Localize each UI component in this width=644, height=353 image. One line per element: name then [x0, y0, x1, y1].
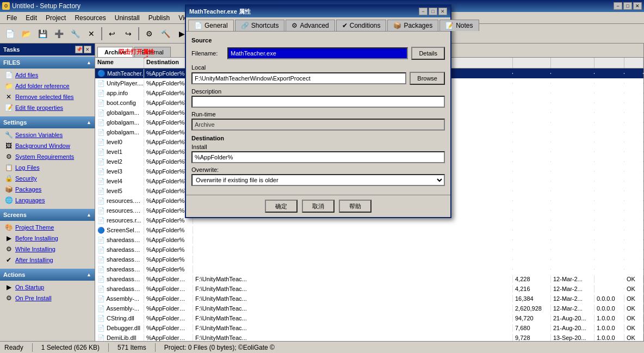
details-button[interactable]: Details: [411, 47, 445, 60]
description-label: Description: [191, 88, 445, 95]
toolbar-open[interactable]: 📂: [18, 26, 34, 41]
menu-uninstall[interactable]: Uninstall: [110, 13, 144, 23]
task-before-installing[interactable]: ▶ Before Installing: [0, 233, 95, 244]
task-on-pre-install[interactable]: ⚙ On Pre Install: [0, 293, 95, 304]
runtime-value: Archive: [191, 119, 445, 131]
tasks-close-btn[interactable]: ✕: [84, 46, 91, 53]
install-input[interactable]: [191, 151, 445, 163]
tab-external[interactable]: External: [134, 47, 170, 57]
dialog-tab-advanced[interactable]: ⚙ Advanced: [286, 20, 335, 31]
files-section-header[interactable]: FILES ▲: [0, 57, 95, 69]
file-row[interactable]: 📄 Assembly-... %AppFolder%\Mat... F:\Uni…: [95, 304, 643, 313]
file-src-cell: F:\UnityMathTeac...: [193, 314, 513, 322]
file-row[interactable]: 🔵 ScreenSele... %AppFolder%: [95, 225, 643, 235]
file-row[interactable]: 📄 CString.dll %AppFolder%\Mat... F:\Unit…: [95, 313, 643, 323]
file-row[interactable]: 📄 sharedasse... %AppFolder%: [95, 245, 643, 255]
task-background-window[interactable]: 🖼 Background Window: [0, 140, 95, 151]
browse-button[interactable]: Browse: [410, 72, 445, 85]
packages-icon: 📦: [4, 185, 13, 194]
ok-button[interactable]: 确定: [265, 200, 298, 213]
task-remove-files[interactable]: ✕ Remove selected files: [0, 91, 95, 102]
task-add-files[interactable]: 📄 Add files: [0, 70, 95, 80]
files-arrow-icon: ▲: [86, 60, 91, 65]
toolbar-add2[interactable]: 🔧: [67, 26, 83, 41]
maximize-button[interactable]: □: [623, 2, 632, 10]
tasks-pin-btn[interactable]: 📌: [75, 46, 83, 53]
tasks-panel: Tasks 📌 ✕ FILES ▲ 📄 Add files: [0, 44, 95, 341]
file-name-cell: 📄 resources.a...: [95, 207, 144, 215]
toolbar-redo[interactable]: ↪: [121, 26, 136, 41]
file-row[interactable]: 📄 Assembly-... %AppFolder%\Mat... F:\Uni…: [95, 294, 643, 304]
task-after-installing[interactable]: ✔ After Installing: [0, 255, 95, 265]
file-name-cell: 📄 sharedasse...: [95, 285, 144, 293]
task-log-files[interactable]: 📋 Log Files: [0, 162, 95, 173]
runtime-label: Run-time: [191, 111, 445, 117]
task-project-theme[interactable]: 🎨 Project Theme: [0, 222, 95, 233]
file-row[interactable]: 📄 sharedasse... %AppFolder%\Mat... F:\Un…: [95, 274, 643, 284]
menu-resources[interactable]: Resources: [70, 13, 110, 23]
files-items: 📄 Add files 📁 Add folder reference ✕ Rem…: [0, 69, 95, 114]
file-row[interactable]: 📄 Debugger.dll %AppFolder%\Mat... F:\Uni…: [95, 323, 643, 333]
dialog-close-btn[interactable]: ✕: [438, 8, 447, 15]
menu-edit[interactable]: Edit: [21, 13, 41, 23]
file-size-cell: [513, 269, 551, 270]
dialog-tab-packages[interactable]: 📦 Packages: [387, 20, 438, 31]
task-security[interactable]: 🔒 Security: [0, 173, 95, 184]
minimize-button[interactable]: −: [614, 2, 622, 10]
actions-section-header[interactable]: Actions ▲: [0, 269, 95, 281]
dialog-maximize-btn[interactable]: □: [429, 8, 437, 15]
file-row[interactable]: 📄 sharedasse... %AppFolder%\Mat... F:\Un…: [95, 284, 643, 294]
description-input[interactable]: [191, 96, 445, 108]
overwrite-select[interactable]: Overwrite if existing file is older Alwa…: [191, 174, 445, 186]
local-input[interactable]: [191, 72, 406, 84]
file-ver-cell: 1.0.0.0: [595, 324, 624, 332]
file-name-cell: 📄 app.info: [95, 89, 144, 97]
settings-section-header[interactable]: Settings ▲: [0, 116, 95, 128]
close-button[interactable]: ✕: [633, 2, 642, 10]
filename-input[interactable]: [227, 47, 408, 59]
help-button[interactable]: 帮助: [339, 200, 371, 213]
dialog-tab-general[interactable]: 📄 General: [188, 20, 234, 31]
cancel-button[interactable]: 取消: [302, 200, 335, 213]
file-date-cell: [551, 92, 595, 94]
shortcuts-tab-label: Shortcuts: [251, 22, 279, 29]
file-row[interactable]: 📄 sharedasse... %AppFolder%: [95, 255, 643, 264]
tab-archive[interactable]: Archive: [97, 47, 133, 57]
toolbar-delete[interactable]: ✕: [84, 26, 99, 41]
toolbar-settings[interactable]: ⚙: [141, 26, 157, 41]
task-session-variables[interactable]: 🔧 Session Variables: [0, 129, 95, 140]
menu-file[interactable]: File: [2, 13, 21, 23]
task-while-installing[interactable]: ⚙ While Installing: [0, 244, 95, 255]
file-row[interactable]: 📄 sharedasse... %AppFolder%: [95, 235, 643, 245]
task-packages[interactable]: 📦 Packages: [0, 184, 95, 195]
file-ver-cell: [595, 141, 624, 143]
task-languages[interactable]: 🌐 Languages: [0, 195, 95, 206]
toolbar-save[interactable]: 💾: [35, 26, 50, 41]
screens-section-header[interactable]: Screens ▲: [0, 209, 95, 221]
file-status-cell: [624, 210, 643, 211]
file-ver-cell: [595, 288, 624, 289]
dialog-tab-conditions[interactable]: ✔ Conditions: [336, 20, 387, 31]
toolbar-build[interactable]: 🔨: [158, 26, 173, 41]
task-edit-properties[interactable]: 📝 Edit file properties: [0, 102, 95, 113]
file-row[interactable]: 📄 DemiLib.dll %AppFolder%\Mat... F:\Unit…: [95, 333, 643, 341]
menu-project[interactable]: Project: [41, 13, 70, 23]
file-status-cell: OK: [624, 324, 643, 332]
file-size-cell: [513, 92, 551, 94]
task-add-folder[interactable]: 📁 Add folder reference: [0, 80, 95, 91]
file-name-cell: 📄 CString.dll: [95, 314, 144, 323]
task-system-requirements[interactable]: ⚙ System Requirements: [0, 151, 95, 162]
file-ver-cell: [595, 83, 624, 84]
toolbar-undo[interactable]: ↩: [104, 26, 120, 41]
toolbar-add[interactable]: ➕: [51, 26, 66, 41]
task-on-startup[interactable]: ▶ On Startup: [0, 282, 95, 293]
file-row[interactable]: 📄 sharedasse... %AppFolder%: [95, 264, 643, 274]
dialog-minimize-btn[interactable]: −: [419, 8, 428, 15]
file-dest-cell: %AppFolder%: [144, 265, 193, 273]
file-src-cell: F:\UnityMathTeac...: [193, 324, 513, 332]
toolbar-new[interactable]: 📄: [2, 26, 17, 41]
dialog-tab-shortcuts[interactable]: 🔗 Shortcuts: [235, 20, 285, 31]
menu-publish[interactable]: Publish: [144, 13, 174, 23]
dialog-tab-notes[interactable]: 📝 Notes: [439, 20, 479, 31]
file-ver-cell: [595, 239, 624, 240]
